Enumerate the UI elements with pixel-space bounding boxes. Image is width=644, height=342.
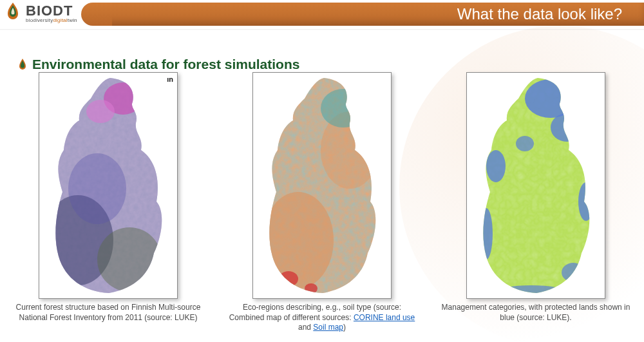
bullet-flame-icon	[18, 59, 27, 70]
svg-point-3	[97, 227, 162, 292]
svg-point-17	[551, 113, 583, 142]
svg-point-13	[321, 89, 366, 128]
svg-point-18	[486, 150, 506, 182]
svg-point-16	[525, 79, 576, 118]
map-column-3: Management categories, with protected la…	[439, 72, 632, 333]
map-management-categories	[466, 72, 605, 299]
map-forest-structure: ın	[39, 72, 178, 299]
map-eco-regions	[252, 72, 392, 299]
svg-point-19	[578, 182, 594, 221]
logo-subtitle: biodiversitydigitaltwin	[26, 18, 77, 23]
slide-header: BIODT biodiversitydigitaltwin What the d…	[0, 0, 644, 27]
link-soil-map[interactable]: Soil map	[313, 323, 343, 332]
svg-point-12	[305, 283, 317, 294]
svg-point-21	[496, 285, 567, 298]
map-column-1: ın Current forest structure based on Fin…	[12, 72, 205, 333]
map2-caption: Eco-regions describing, e.g., soil type …	[225, 303, 419, 333]
svg-point-6	[68, 153, 126, 224]
svg-point-9	[263, 192, 334, 289]
section-heading: Environmental data for forest simulation…	[18, 57, 299, 72]
map3-caption: Management categories, with protected la…	[439, 303, 632, 323]
logo-title: BIODT	[26, 4, 77, 18]
logo: BIODT biodiversitydigitaltwin	[4, 1, 77, 26]
maps-row: ın Current forest structure based on Fin…	[12, 72, 632, 333]
title-bar: What the data look like?	[97, 3, 644, 26]
map-column-2: Eco-regions describing, e.g., soil type …	[225, 72, 419, 333]
svg-point-20	[480, 208, 493, 260]
link-corine[interactable]: CORINE land use	[354, 313, 415, 322]
svg-point-22	[562, 263, 585, 282]
flame-leaf-icon	[4, 1, 22, 26]
svg-point-23	[516, 136, 534, 151]
section-heading-text: Environmental data for forest simulation…	[32, 57, 299, 72]
slide-title: What the data look like?	[457, 5, 622, 23]
map1-caption: Current forest structure based on Finnis…	[12, 303, 205, 323]
svg-point-11	[279, 271, 298, 287]
svg-point-5	[86, 100, 115, 123]
header-divider	[0, 29, 644, 30]
